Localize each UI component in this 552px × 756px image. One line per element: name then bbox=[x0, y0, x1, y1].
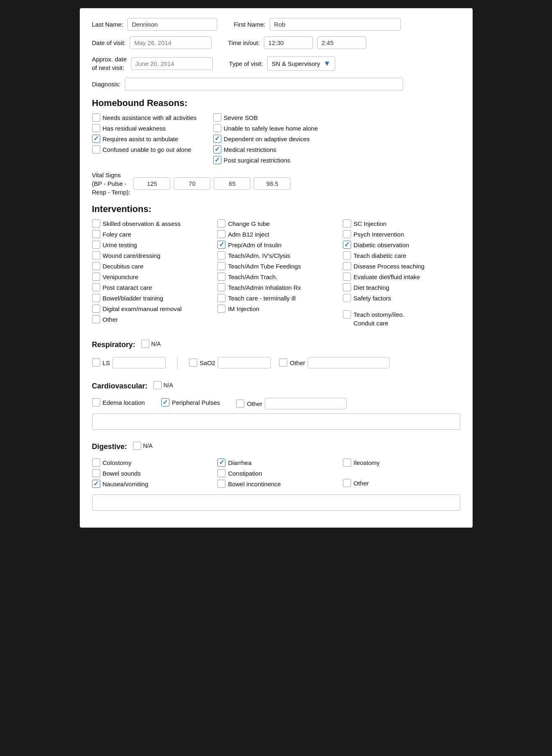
respiratory-na[interactable]: N/A bbox=[141, 340, 161, 348]
homebound-confused[interactable]: Confused unable to go out alone bbox=[92, 145, 197, 153]
dig-diarrhea-checkbox[interactable]: ✓ bbox=[217, 458, 225, 467]
int-diet-teaching-checkbox[interactable] bbox=[343, 283, 351, 291]
int-foley-care-checkbox[interactable] bbox=[92, 230, 100, 238]
int-diabetic-obs[interactable]: ✓ Diabetic observation bbox=[343, 241, 460, 249]
dig-bowel-sounds[interactable]: Bowel sounds bbox=[92, 469, 210, 477]
homebound-medical-restrictions[interactable]: ✓ Medical restrictions bbox=[213, 145, 318, 153]
homebound-post-surgical[interactable]: ✓ Post surgical restrictions bbox=[213, 156, 318, 164]
int-teach-diabetic-checkbox[interactable] bbox=[343, 251, 351, 260]
dig-nausea[interactable]: ✓ Nausea/vomiting bbox=[92, 480, 210, 488]
homebound-post-surgical-checkbox[interactable]: ✓ bbox=[213, 156, 221, 164]
int-teach-diabetic[interactable]: Teach diabetic care bbox=[343, 251, 460, 260]
cardio-edema[interactable]: Edema location bbox=[92, 398, 145, 406]
int-diabetic-obs-checkbox[interactable]: ✓ bbox=[343, 241, 351, 249]
int-teach-tube[interactable]: Teach/Adm Tube Feedings bbox=[217, 262, 335, 270]
int-im-injection[interactable]: IM Injection bbox=[217, 305, 335, 313]
int-decubitus[interactable]: Decubitus care bbox=[92, 262, 210, 270]
dig-bowel-incontinence-checkbox[interactable] bbox=[217, 480, 225, 488]
int-digital-exam[interactable]: Digital exam/manual removal bbox=[92, 305, 210, 313]
int-bowel-bladder[interactable]: Bowel/bladder training bbox=[92, 294, 210, 302]
int-evaluate-diet[interactable]: Evaluate diet/fluid intake bbox=[343, 273, 460, 281]
homebound-severe-sob[interactable]: Severe SOB bbox=[213, 113, 318, 122]
dig-other[interactable]: Other bbox=[343, 479, 460, 487]
int-venipuncture-checkbox[interactable] bbox=[92, 273, 100, 281]
int-other-checkbox[interactable] bbox=[92, 315, 100, 323]
homebound-unable-leave[interactable]: Unable to safely leave home alone bbox=[213, 124, 318, 132]
homebound-needs-assistance[interactable]: Needs assistance with all activities bbox=[92, 113, 197, 122]
int-disease-process[interactable]: Disease Process teaching bbox=[343, 262, 460, 270]
dig-ileostomy-checkbox[interactable] bbox=[343, 458, 351, 467]
respiratory-na-checkbox[interactable] bbox=[141, 340, 149, 348]
int-teach-ostomy[interactable]: Teach ostomy/ileo.Conduit care bbox=[343, 310, 460, 327]
dig-nausea-checkbox[interactable]: ✓ bbox=[92, 480, 100, 488]
dig-diarrhea[interactable]: ✓ Diarrhea bbox=[217, 458, 335, 467]
int-change-gtube-checkbox[interactable] bbox=[217, 219, 225, 228]
int-teach-iv[interactable]: Teach/Adm. IV's/Clysis bbox=[217, 251, 335, 260]
int-teach-ostomy-checkbox[interactable] bbox=[343, 310, 351, 318]
date-of-visit-input[interactable] bbox=[130, 36, 212, 49]
int-sc-injection-checkbox[interactable] bbox=[343, 219, 351, 228]
dig-constipation-checkbox[interactable] bbox=[217, 469, 225, 477]
type-of-visit-dropdown[interactable]: SN & Supervisory ▼ bbox=[267, 56, 335, 71]
int-foley-care[interactable]: Foley care bbox=[92, 230, 210, 238]
int-other[interactable]: Other bbox=[92, 315, 210, 323]
int-change-gtube[interactable]: Change G tube bbox=[217, 219, 335, 228]
dig-constipation[interactable]: Constipation bbox=[217, 469, 335, 477]
respiratory-sao2-input[interactable] bbox=[218, 357, 271, 368]
dig-colostomy[interactable]: Colostomy bbox=[92, 458, 210, 467]
int-decubitus-checkbox[interactable] bbox=[92, 262, 100, 270]
digestive-notes-textarea[interactable] bbox=[92, 494, 460, 511]
cardiovascular-notes-textarea[interactable] bbox=[92, 413, 460, 430]
vital-bp-input[interactable] bbox=[133, 177, 170, 190]
homebound-needs-assistance-checkbox[interactable] bbox=[92, 113, 100, 122]
int-disease-process-checkbox[interactable] bbox=[343, 262, 351, 270]
digestive-na[interactable]: N/A bbox=[133, 442, 153, 450]
respiratory-ls[interactable]: LS bbox=[92, 357, 166, 368]
type-of-visit-btn[interactable]: SN & Supervisory ▼ bbox=[267, 56, 335, 71]
approx-date-input[interactable] bbox=[131, 57, 213, 70]
int-wound-care[interactable]: Wound care/dressing bbox=[92, 251, 210, 260]
int-teach-trach-checkbox[interactable] bbox=[217, 273, 225, 281]
last-name-input[interactable] bbox=[127, 18, 217, 31]
homebound-residual-weakness-checkbox[interactable] bbox=[92, 124, 100, 132]
int-prep-insulin-checkbox[interactable]: ✓ bbox=[217, 241, 225, 249]
int-bowel-bladder-checkbox[interactable] bbox=[92, 294, 100, 302]
dig-colostomy-checkbox[interactable] bbox=[92, 458, 100, 467]
int-psych-intervention[interactable]: Psych Intervention bbox=[343, 230, 460, 238]
homebound-severe-sob-checkbox[interactable] bbox=[213, 113, 221, 122]
cardio-other[interactable]: Other bbox=[236, 398, 347, 409]
homebound-dependent-adaptive[interactable]: ✓ Dependent on adaptive devices bbox=[213, 135, 318, 143]
respiratory-ls-input[interactable] bbox=[113, 357, 166, 368]
time-out-input[interactable] bbox=[317, 36, 366, 49]
int-prep-insulin[interactable]: ✓ Prep/Adm of Insulin bbox=[217, 241, 335, 249]
int-skilled-obs[interactable]: Skilled observation & assess bbox=[92, 219, 210, 228]
vital-resp-input[interactable] bbox=[214, 177, 250, 190]
int-psych-intervention-checkbox[interactable] bbox=[343, 230, 351, 238]
cardio-edema-checkbox[interactable] bbox=[92, 398, 100, 406]
time-in-input[interactable] bbox=[264, 36, 313, 49]
int-skilled-obs-checkbox[interactable] bbox=[92, 219, 100, 228]
int-wound-care-checkbox[interactable] bbox=[92, 251, 100, 260]
dig-bowel-sounds-checkbox[interactable] bbox=[92, 469, 100, 477]
int-urine-testing[interactable]: Urine testing bbox=[92, 241, 210, 249]
respiratory-other[interactable]: Other bbox=[279, 357, 390, 368]
int-adm-b12[interactable]: Adm B12 inject bbox=[217, 230, 335, 238]
dig-other-checkbox[interactable] bbox=[343, 479, 351, 487]
int-post-cataract[interactable]: Post cataract care bbox=[92, 283, 210, 291]
int-teach-inhalation[interactable]: Teach/Admin Inhalation Rx bbox=[217, 283, 335, 291]
homebound-requires-assist-checkbox[interactable]: ✓ bbox=[92, 135, 100, 143]
respiratory-ls-checkbox[interactable] bbox=[92, 359, 100, 367]
vital-temp-input[interactable] bbox=[254, 177, 291, 190]
respiratory-sao2[interactable]: SaO2 bbox=[189, 357, 271, 368]
respiratory-other-input[interactable] bbox=[308, 357, 390, 368]
int-teach-terminal[interactable]: Teach care - terminally ill bbox=[217, 294, 335, 302]
int-teach-tube-checkbox[interactable] bbox=[217, 262, 225, 270]
cardiovascular-na-checkbox[interactable] bbox=[153, 381, 162, 389]
int-venipuncture[interactable]: Venipuncture bbox=[92, 273, 210, 281]
int-digital-exam-checkbox[interactable] bbox=[92, 305, 100, 313]
int-safety-factors-checkbox[interactable] bbox=[343, 294, 351, 302]
homebound-dependent-adaptive-checkbox[interactable]: ✓ bbox=[213, 135, 221, 143]
int-evaluate-diet-checkbox[interactable] bbox=[343, 273, 351, 281]
homebound-confused-checkbox[interactable] bbox=[92, 145, 100, 153]
respiratory-sao2-checkbox[interactable] bbox=[189, 359, 197, 367]
